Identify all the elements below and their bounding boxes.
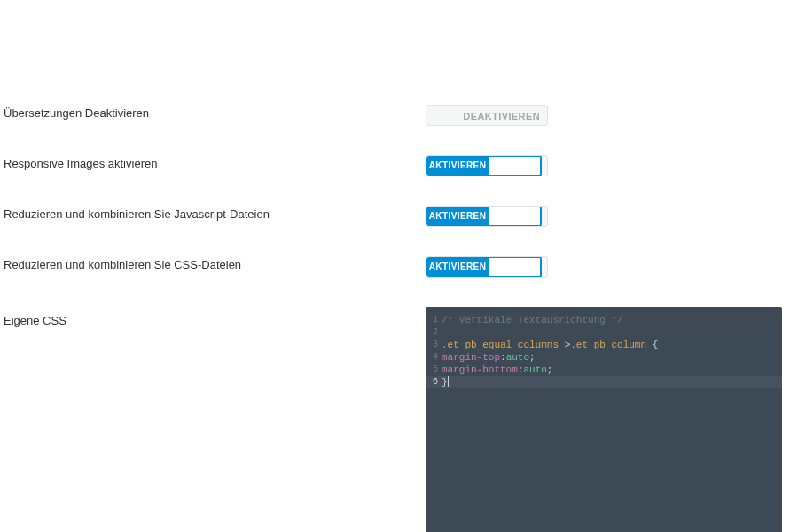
cursor-icon: [448, 376, 449, 387]
setting-label: Reduzieren und kombinieren Sie Javascrip…: [0, 206, 426, 221]
code-value: auto: [506, 352, 529, 363]
setting-row-custom-css: Eigene CSS 1 /* Vertikale Textausrichtun…: [0, 307, 798, 532]
code-prop: margin-top: [442, 352, 500, 363]
toggle-responsive-images[interactable]: N AKTIVIEREN: [426, 155, 548, 176]
line-number: 4: [426, 351, 442, 364]
toggle-on-label: AKTIVIEREN: [426, 257, 489, 277]
setting-label: Übersetzungen Deaktivieren: [0, 105, 426, 120]
line-number: 1: [426, 314, 442, 326]
line-number: 3: [426, 339, 442, 351]
code-punc: ;: [529, 352, 536, 363]
setting-row-js-combine: Reduzieren und kombinieren Sie Javascrip…: [0, 206, 798, 230]
toggle-off-label: DEAKTIVIEREN: [426, 106, 547, 125]
code-line[interactable]: 3 .et_pb_equal_columns >.et_pb_column {: [426, 339, 782, 351]
line-number: 2: [426, 326, 442, 339]
code-value: auto: [523, 364, 546, 375]
toggle-js-combine[interactable]: N AKTIVIEREN: [426, 206, 548, 227]
code-comment: /* Vertikale Textausrichtung */: [442, 315, 623, 325]
toggle-handle[interactable]: [487, 155, 542, 176]
code-brace: }: [442, 377, 448, 387]
setting-row-css-combine: Reduzieren und kombinieren Sie CSS-Datei…: [0, 256, 798, 280]
code-selector: .et_pb_column: [570, 340, 646, 350]
setting-label: Responsive Images aktivieren: [0, 155, 426, 170]
code-line-active[interactable]: 6 }: [426, 376, 782, 388]
custom-css-editor[interactable]: 1 /* Vertikale Textausrichtung */ 2 3 .e…: [426, 307, 782, 532]
code-punc: ;: [547, 364, 553, 375]
code-punc: :: [500, 352, 506, 363]
toggle-on-label: AKTIVIEREN: [426, 207, 489, 226]
toggle-handle[interactable]: [487, 206, 542, 227]
code-line[interactable]: 2: [426, 326, 782, 339]
line-number: 5: [426, 364, 442, 376]
toggle-translations[interactable]: DEAKTIVIEREN: [426, 105, 548, 126]
code-selector: .et_pb_equal_columns: [442, 340, 559, 350]
code-punc: >: [559, 340, 570, 350]
toggle-css-combine[interactable]: N AKTIVIEREN: [426, 256, 548, 278]
setting-label: Reduzieren und kombinieren Sie CSS-Datei…: [0, 256, 426, 271]
code-line[interactable]: 5 margin-bottom:auto;: [426, 364, 782, 376]
code-line[interactable]: 1 /* Vertikale Textausrichtung */: [426, 314, 782, 326]
line-number: 6: [426, 376, 442, 388]
setting-row-responsive-images: Responsive Images aktivieren N AKTIVIERE…: [0, 155, 798, 179]
code-line[interactable]: 4 margin-top:auto;: [426, 351, 782, 364]
toggle-on-label: AKTIVIEREN: [426, 156, 489, 176]
toggle-handle[interactable]: [487, 256, 542, 278]
setting-row-translations: Übersetzungen Deaktivieren DEAKTIVIEREN: [0, 105, 798, 129]
setting-label: Eigene CSS: [0, 307, 426, 327]
code-prop: margin-bottom: [442, 364, 518, 375]
code-brace: {: [646, 340, 658, 350]
